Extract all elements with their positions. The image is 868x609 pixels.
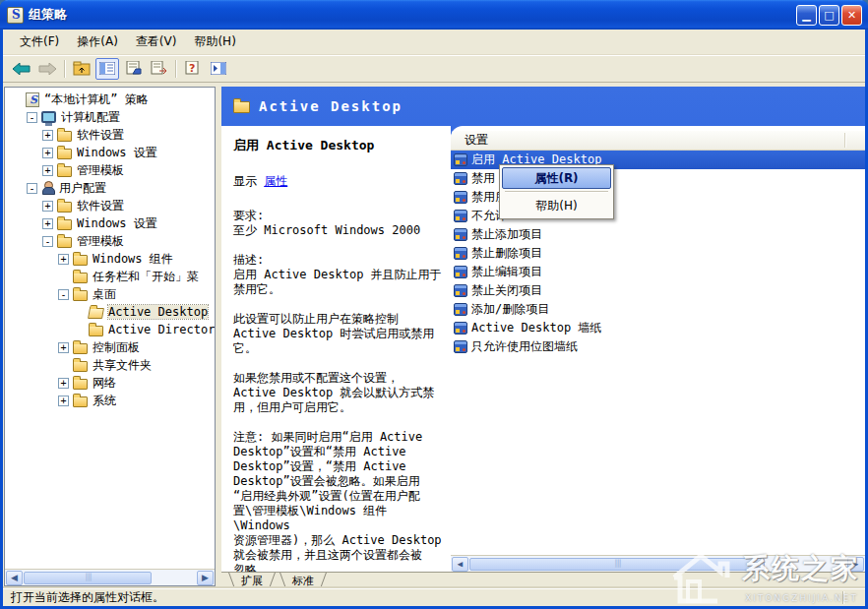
- tree-expander-icon[interactable]: -: [27, 183, 37, 194]
- tree-expander-icon[interactable]: +: [42, 165, 53, 176]
- tree-expander-icon[interactable]: +: [58, 342, 69, 353]
- tree-item-icon: [73, 255, 88, 266]
- tree-item[interactable]: 任务栏和「开始」菜: [5, 268, 215, 285]
- view-tab[interactable]: 标准: [282, 573, 324, 588]
- tree-item[interactable]: - 用户配置: [5, 179, 215, 197]
- description-paragraph: 如果您禁用或不配置这个设置， Active Desktop 就会以默认方式禁 用…: [233, 371, 444, 415]
- tree-item-icon: [57, 237, 72, 248]
- tree-expander-icon[interactable]: -: [27, 112, 37, 123]
- title-bar[interactable]: 组策略 ▁ □ ✕: [0, 0, 868, 30]
- tree-scroll-area: “本地计算机” 策略 - 计算机配置 + 软件设置: [5, 91, 215, 568]
- scroll-right-icon[interactable]: ▶: [197, 571, 214, 585]
- tree-item-icon: [73, 361, 88, 372]
- show-tree-panes-icon[interactable]: [95, 58, 119, 80]
- properties-icon[interactable]: [121, 58, 145, 80]
- maximize-button[interactable]: □: [819, 5, 839, 26]
- tree-item[interactable]: - 管理模板: [5, 232, 215, 250]
- tree-item-label: Windows 组件: [93, 251, 173, 268]
- menu-item[interactable]: 查看(V): [127, 30, 186, 53]
- tree-item[interactable]: + 软件设置: [5, 197, 215, 214]
- tree-item[interactable]: 共享文件夹: [5, 356, 215, 374]
- display-label: 显示: [233, 174, 257, 188]
- policy-setting-icon: [454, 303, 467, 316]
- tree-item[interactable]: Active Desktop: [5, 303, 215, 321]
- policy-setting-icon: [454, 340, 467, 353]
- tree-expander-icon[interactable]: +: [58, 254, 69, 265]
- tree-item[interactable]: + Windows 设置: [5, 214, 215, 232]
- scroll-left-icon[interactable]: ◀: [6, 571, 23, 585]
- tree-item[interactable]: + Windows 设置: [5, 144, 215, 161]
- tree-item-icon: [41, 111, 56, 123]
- menu-item[interactable]: 帮助(H): [185, 30, 244, 53]
- toolbar-separator: [175, 60, 176, 78]
- tree-item-icon: [26, 92, 39, 107]
- tree-expander-icon[interactable]: +: [42, 201, 53, 212]
- tree-item[interactable]: + 控制面板: [5, 338, 215, 356]
- tree-expander-icon[interactable]: -: [42, 236, 53, 247]
- tree-item-icon: [73, 273, 88, 283]
- tree-item[interactable]: - 桌面: [5, 285, 215, 303]
- up-folder-icon[interactable]: [70, 58, 93, 80]
- close-button[interactable]: ✕: [841, 5, 862, 26]
- tree-expander-icon[interactable]: -: [58, 289, 69, 300]
- tree-item-icon: [41, 181, 54, 195]
- policy-setting-icon: [454, 266, 467, 278]
- tree-item-icon: [89, 326, 103, 336]
- show-panel-icon[interactable]: [207, 58, 230, 80]
- scroll-right-icon[interactable]: ▶: [847, 557, 864, 572]
- tree-item-label: Windows 设置: [77, 145, 157, 161]
- setting-list-item[interactable]: 禁止添加项目: [451, 225, 865, 244]
- tree-item[interactable]: + Windows 组件: [5, 250, 215, 268]
- tree-horizontal-scrollbar[interactable]: ◀ ▶: [5, 569, 215, 585]
- setting-label: 禁止删除项目: [471, 245, 542, 262]
- view-tab[interactable]: 扩展: [231, 573, 273, 588]
- menu-item[interactable]: 操作(A): [68, 30, 127, 53]
- setting-list-item[interactable]: 禁止关闭项目: [451, 281, 865, 300]
- scroll-thumb[interactable]: [24, 572, 152, 584]
- forward-icon[interactable]: [35, 58, 59, 80]
- extended-view: Active Desktop 启用 Active Desktop 显示 属性 要…: [221, 87, 865, 572]
- tree-item-icon: [57, 131, 72, 142]
- scroll-left-icon[interactable]: ◀: [452, 557, 468, 572]
- status-bar: 打开当前选择的属性对话框。: [3, 588, 865, 606]
- setting-list-item[interactable]: 禁止编辑项目: [451, 263, 865, 281]
- tree-item[interactable]: + 系统: [5, 392, 215, 409]
- tree-item[interactable]: + 网络: [5, 374, 215, 392]
- tree-expander-icon[interactable]: +: [42, 218, 53, 229]
- setting-label: 添加/删除项目: [471, 301, 549, 318]
- setting-list-item[interactable]: 禁止删除项目: [451, 244, 865, 263]
- tree-item[interactable]: + 管理模板: [5, 161, 215, 179]
- tree-expander-icon[interactable]: +: [58, 396, 69, 406]
- tree-item[interactable]: Active Director: [5, 321, 215, 338]
- back-icon[interactable]: [10, 58, 33, 80]
- tree-item[interactable]: - 计算机配置: [5, 108, 215, 126]
- menu-bar: 文件(F) 操作(A) 查看(V) 帮助(H): [3, 30, 865, 55]
- setting-list-item[interactable]: Active Desktop 墙纸: [451, 319, 865, 337]
- settings-column-header[interactable]: 设置: [451, 131, 865, 151]
- policy-setting-icon: [454, 247, 467, 260]
- menu-item[interactable]: 文件(F): [11, 30, 68, 53]
- setting-list-item[interactable]: 只允许使用位图墙纸: [451, 337, 865, 356]
- tree-item[interactable]: “本地计算机” 策略: [5, 91, 215, 108]
- export-list-icon[interactable]: [147, 58, 170, 80]
- tree-item[interactable]: + 软件设置: [5, 126, 215, 144]
- description-paragraph: 描述: 启用 Active Desktop 并且防止用于 禁用它。: [233, 253, 444, 297]
- tree-item-label: 管理模板: [77, 233, 124, 250]
- scroll-thumb[interactable]: [469, 558, 765, 571]
- tree-expander-icon[interactable]: +: [42, 148, 53, 158]
- results-region: Active Desktop 启用 Active Desktop 显示 属性 要…: [221, 87, 865, 588]
- context-menu-item[interactable]: 属性(R): [502, 167, 611, 189]
- properties-link[interactable]: 属性: [264, 174, 287, 188]
- tree-expander-icon[interactable]: +: [42, 130, 53, 141]
- help-icon[interactable]: ?: [181, 58, 205, 80]
- tree-item-label: 用户配置: [59, 180, 106, 197]
- list-horizontal-scrollbar[interactable]: ◀ ▶: [451, 555, 865, 572]
- setting-list-item[interactable]: 添加/删除项目: [451, 300, 865, 319]
- context-menu-item[interactable]: 帮助(H): [502, 195, 611, 216]
- header-band: Active Desktop: [221, 87, 865, 126]
- minimize-button[interactable]: ▁: [796, 5, 817, 26]
- context-menu-separator: [505, 191, 608, 193]
- tree-expander-icon[interactable]: +: [58, 378, 69, 389]
- policy-setting-icon: [454, 153, 467, 166]
- column-divider[interactable]: [844, 133, 845, 148]
